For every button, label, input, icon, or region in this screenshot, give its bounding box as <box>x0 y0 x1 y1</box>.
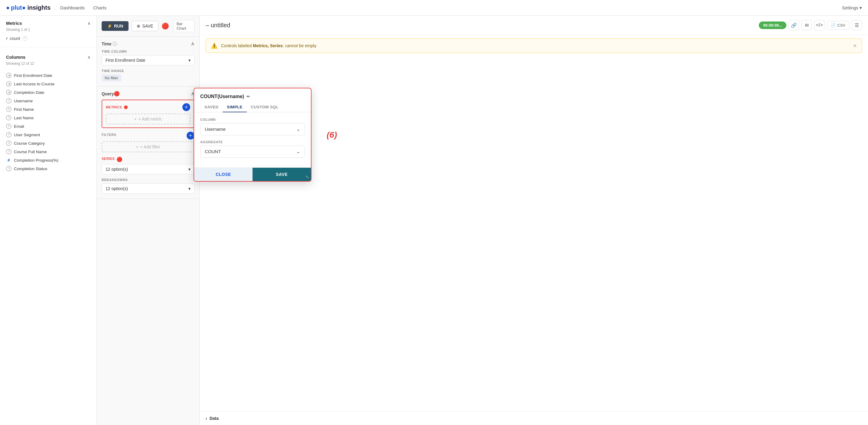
time-section-body: TIME COLUMN First Enrollment Date ▾ TIME… <box>97 50 199 86</box>
series-box: SERIES 🔴 12 option(s) ▾ <box>102 157 194 174</box>
column-user-segment[interactable]: ? User Segment <box>6 131 90 139</box>
query-section-header[interactable]: Query 🔴 ∧ <box>97 87 199 100</box>
chevron-down-icon: ▾ <box>188 58 190 63</box>
center-panel: ⚡ RUN ⊕ SAVE 🔴 Bar Chart Time i ∧ TIME C… <box>97 16 199 425</box>
column-username[interactable]: ? Username <box>6 96 90 105</box>
col-label: Last Name <box>14 116 34 120</box>
filters-label: FILTERS <box>102 133 117 137</box>
add-metric-inline-button[interactable]: + + Add metric <box>106 114 190 124</box>
modal-save-button[interactable]: SAVE <box>252 168 311 181</box>
tab-simple[interactable]: SIMPLE <box>223 102 247 112</box>
time-info-icon: i <box>113 41 117 46</box>
time-label: Time <box>102 41 111 46</box>
logo-text: plut● insights <box>11 4 51 11</box>
time-range-tag[interactable]: No filter <box>102 75 121 81</box>
left-sidebar: Metrics ∧ Showing 1 of 1 f count ? Colum… <box>0 16 97 425</box>
question-icon: ? <box>6 149 11 154</box>
code-icon-button[interactable]: </> <box>814 20 825 30</box>
modal-close-button[interactable]: CLOSE <box>194 168 252 181</box>
logo-icon: ● <box>6 4 10 11</box>
csv-download-button[interactable]: 📄 CSV <box>827 21 849 30</box>
edit-title-icon[interactable]: ✏ <box>247 94 250 99</box>
save-button[interactable]: ⊕ SAVE <box>131 21 158 31</box>
chart-type-label[interactable]: Bar Chart <box>173 20 194 32</box>
col-label: First Name <box>14 107 34 112</box>
column-course-category[interactable]: ? Course Category <box>6 139 90 147</box>
question-icon: ? <box>6 123 11 129</box>
data-label: Data <box>210 416 219 421</box>
aggregate-field-label: AGGREGATE <box>200 140 305 144</box>
column-course-full-name[interactable]: ? Course Full Name <box>6 147 90 156</box>
column-select[interactable]: Username ⌄ <box>200 123 305 135</box>
col-label: User Segment <box>14 133 40 137</box>
settings-menu[interactable]: Settings ▾ <box>842 5 862 10</box>
email-icon-button[interactable]: ✉ <box>802 20 812 30</box>
warning-banner: ⚠️ Controls labeled Metrics, Series: can… <box>206 38 862 53</box>
metrics-label: Metrics <box>6 21 22 26</box>
aggregate-select[interactable]: COUNT ⌄ <box>200 146 305 158</box>
col-label: Completion Date <box>14 90 44 95</box>
warning-text: Controls labeled Metrics, Series: cannot… <box>221 43 849 48</box>
tab-custom-sql[interactable]: CUSTOM SQL <box>247 102 283 112</box>
question-icon: ? <box>6 132 11 137</box>
run-button[interactable]: ⚡ RUN <box>102 21 128 31</box>
error-badge-icon: 🔴 <box>161 22 169 30</box>
clock-icon: ◔ <box>6 90 11 95</box>
toolbar: ⚡ RUN ⊕ SAVE 🔴 Bar Chart <box>97 16 199 37</box>
column-completion-progress[interactable]: # Completion Progress(%) <box>6 156 90 164</box>
col-label: Course Category <box>14 141 45 146</box>
column-completion-date[interactable]: ◔ Completion Date <box>6 88 90 96</box>
more-options-button[interactable]: ☰ <box>852 20 862 30</box>
tab-saved[interactable]: SAVED <box>200 102 223 112</box>
col-label: Completion Progress(%) <box>14 158 58 163</box>
metrics-collapse-icon[interactable]: ∧ <box>87 21 90 26</box>
chart-title[interactable]: – untitled <box>206 22 230 29</box>
nav-charts[interactable]: Charts <box>93 4 106 11</box>
chevron-down-icon: ▾ <box>188 186 190 191</box>
metric-count-label[interactable]: count <box>10 36 20 41</box>
column-last-access[interactable]: ◔ Last Access to Course <box>6 80 90 88</box>
download-icon: 📄 <box>831 23 836 28</box>
breakdowns-select[interactable]: 12 option(s) ▾ <box>102 183 194 194</box>
column-first-name[interactable]: ? First Name <box>6 105 90 114</box>
column-first-enrollment-date[interactable]: ◔ First Enrollment Date <box>6 71 90 80</box>
chevron-down-icon: ⌄ <box>297 149 300 154</box>
warning-close-button[interactable]: ✕ <box>853 43 857 49</box>
time-section-header[interactable]: Time i ∧ <box>97 37 199 50</box>
right-actions: 00:00:00... 🔗 ✉ </> 📄 CSV ☰ <box>759 20 862 30</box>
add-filter-inline-button[interactable]: + + Add filter <box>102 141 194 152</box>
breakdowns-box: BREAKDOWNS 12 option(s) ▾ <box>102 178 194 194</box>
nav-dashboards[interactable]: Dashboards <box>60 4 85 11</box>
columns-collapse-icon[interactable]: ∧ <box>87 55 90 60</box>
data-section-toggle[interactable]: › Data <box>199 412 868 425</box>
question-icon: ? <box>6 140 11 146</box>
hash-icon: # <box>6 158 11 163</box>
series-error-icon: 🔴 <box>117 157 123 162</box>
metrics-showing: Showing 1 of 1 <box>6 28 90 32</box>
link-icon-button[interactable]: 🔗 <box>789 20 799 30</box>
series-select[interactable]: 12 option(s) ▾ <box>102 164 194 174</box>
modal-footer: CLOSE SAVE <box>194 167 311 181</box>
metric-function-icon: f <box>6 36 7 41</box>
columns-label: Columns <box>6 55 25 60</box>
metrics-section: Metrics ∧ Showing 1 of 1 f count ? <box>0 16 96 45</box>
clock-icon: ◔ <box>6 81 11 87</box>
add-metric-button[interactable]: + <box>182 103 190 111</box>
logo[interactable]: ● plut● insights <box>6 4 51 11</box>
modal-tabs: SAVED SIMPLE CUSTOM SQL <box>194 102 311 112</box>
metrics-required-icon: 🔴 <box>124 105 128 109</box>
resize-handle-icon[interactable]: ⤡ <box>306 174 309 179</box>
column-email[interactable]: ? Email <box>6 122 90 131</box>
warning-icon: ⚠️ <box>211 42 217 49</box>
metric-help-icon[interactable]: ? <box>23 36 28 41</box>
top-navigation: ● plut● insights Dashboards Charts Setti… <box>0 0 868 16</box>
col-label: Last Access to Course <box>14 82 55 86</box>
main-layout: Metrics ∧ Showing 1 of 1 f count ? Colum… <box>0 16 868 425</box>
metrics-box-header: METRICS 🔴 + <box>106 103 190 111</box>
clock-icon: ◔ <box>6 73 11 78</box>
time-collapse-icon[interactable]: ∧ <box>191 41 194 47</box>
time-column-select[interactable]: First Enrollment Date ▾ <box>102 55 194 65</box>
column-last-name[interactable]: ? Last Name <box>6 114 90 122</box>
question-icon: ? <box>6 166 11 171</box>
column-completion-status[interactable]: ? Completion Status <box>6 164 90 173</box>
